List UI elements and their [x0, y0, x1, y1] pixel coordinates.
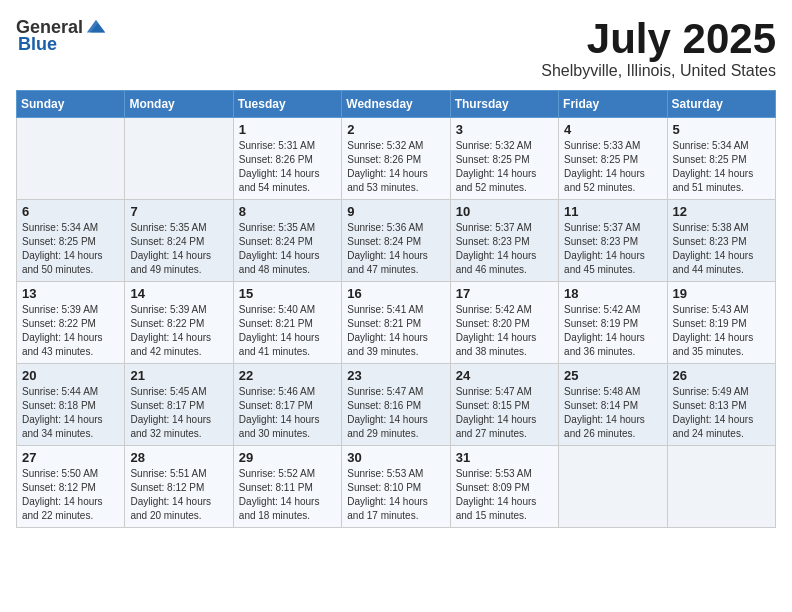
logo-blue: Blue [18, 34, 57, 55]
cell-details: Sunrise: 5:35 AMSunset: 8:24 PMDaylight:… [239, 221, 336, 277]
day-number: 22 [239, 368, 336, 383]
logo: General Blue [16, 16, 107, 55]
day-number: 13 [22, 286, 119, 301]
calendar-cell: 7Sunrise: 5:35 AMSunset: 8:24 PMDaylight… [125, 200, 233, 282]
day-number: 8 [239, 204, 336, 219]
calendar-cell: 6Sunrise: 5:34 AMSunset: 8:25 PMDaylight… [17, 200, 125, 282]
day-number: 11 [564, 204, 661, 219]
day-number: 28 [130, 450, 227, 465]
calendar-cell: 13Sunrise: 5:39 AMSunset: 8:22 PMDayligh… [17, 282, 125, 364]
cell-details: Sunrise: 5:50 AMSunset: 8:12 PMDaylight:… [22, 467, 119, 523]
cell-details: Sunrise: 5:44 AMSunset: 8:18 PMDaylight:… [22, 385, 119, 441]
calendar-week-row: 6Sunrise: 5:34 AMSunset: 8:25 PMDaylight… [17, 200, 776, 282]
cell-details: Sunrise: 5:32 AMSunset: 8:25 PMDaylight:… [456, 139, 553, 195]
cell-details: Sunrise: 5:47 AMSunset: 8:15 PMDaylight:… [456, 385, 553, 441]
day-number: 29 [239, 450, 336, 465]
day-number: 6 [22, 204, 119, 219]
location: Shelbyville, Illinois, United States [541, 62, 776, 80]
calendar-cell: 19Sunrise: 5:43 AMSunset: 8:19 PMDayligh… [667, 282, 775, 364]
weekday-header-row: SundayMondayTuesdayWednesdayThursdayFrid… [17, 91, 776, 118]
day-number: 30 [347, 450, 444, 465]
calendar-cell: 8Sunrise: 5:35 AMSunset: 8:24 PMDaylight… [233, 200, 341, 282]
cell-details: Sunrise: 5:33 AMSunset: 8:25 PMDaylight:… [564, 139, 661, 195]
weekday-header-sunday: Sunday [17, 91, 125, 118]
calendar-cell: 20Sunrise: 5:44 AMSunset: 8:18 PMDayligh… [17, 364, 125, 446]
logo-icon [85, 16, 107, 38]
weekday-header-saturday: Saturday [667, 91, 775, 118]
calendar-cell: 1Sunrise: 5:31 AMSunset: 8:26 PMDaylight… [233, 118, 341, 200]
page-header: General Blue July 2025 Shelbyville, Illi… [16, 16, 776, 80]
day-number: 20 [22, 368, 119, 383]
calendar-cell: 26Sunrise: 5:49 AMSunset: 8:13 PMDayligh… [667, 364, 775, 446]
day-number: 5 [673, 122, 770, 137]
cell-details: Sunrise: 5:38 AMSunset: 8:23 PMDaylight:… [673, 221, 770, 277]
calendar-cell: 24Sunrise: 5:47 AMSunset: 8:15 PMDayligh… [450, 364, 558, 446]
day-number: 31 [456, 450, 553, 465]
day-number: 23 [347, 368, 444, 383]
calendar-week-row: 13Sunrise: 5:39 AMSunset: 8:22 PMDayligh… [17, 282, 776, 364]
day-number: 27 [22, 450, 119, 465]
day-number: 18 [564, 286, 661, 301]
cell-details: Sunrise: 5:34 AMSunset: 8:25 PMDaylight:… [22, 221, 119, 277]
calendar-cell: 17Sunrise: 5:42 AMSunset: 8:20 PMDayligh… [450, 282, 558, 364]
day-number: 21 [130, 368, 227, 383]
calendar-cell: 5Sunrise: 5:34 AMSunset: 8:25 PMDaylight… [667, 118, 775, 200]
cell-details: Sunrise: 5:39 AMSunset: 8:22 PMDaylight:… [130, 303, 227, 359]
calendar-cell: 28Sunrise: 5:51 AMSunset: 8:12 PMDayligh… [125, 446, 233, 528]
calendar-cell: 22Sunrise: 5:46 AMSunset: 8:17 PMDayligh… [233, 364, 341, 446]
calendar-cell: 27Sunrise: 5:50 AMSunset: 8:12 PMDayligh… [17, 446, 125, 528]
cell-details: Sunrise: 5:49 AMSunset: 8:13 PMDaylight:… [673, 385, 770, 441]
month-title: July 2025 [541, 16, 776, 62]
day-number: 7 [130, 204, 227, 219]
day-number: 2 [347, 122, 444, 137]
cell-details: Sunrise: 5:37 AMSunset: 8:23 PMDaylight:… [564, 221, 661, 277]
day-number: 19 [673, 286, 770, 301]
day-number: 25 [564, 368, 661, 383]
day-number: 10 [456, 204, 553, 219]
title-block: July 2025 Shelbyville, Illinois, United … [541, 16, 776, 80]
cell-details: Sunrise: 5:53 AMSunset: 8:10 PMDaylight:… [347, 467, 444, 523]
weekday-header-tuesday: Tuesday [233, 91, 341, 118]
cell-details: Sunrise: 5:52 AMSunset: 8:11 PMDaylight:… [239, 467, 336, 523]
day-number: 12 [673, 204, 770, 219]
weekday-header-thursday: Thursday [450, 91, 558, 118]
calendar-cell: 25Sunrise: 5:48 AMSunset: 8:14 PMDayligh… [559, 364, 667, 446]
calendar-cell: 29Sunrise: 5:52 AMSunset: 8:11 PMDayligh… [233, 446, 341, 528]
cell-details: Sunrise: 5:32 AMSunset: 8:26 PMDaylight:… [347, 139, 444, 195]
calendar-cell: 14Sunrise: 5:39 AMSunset: 8:22 PMDayligh… [125, 282, 233, 364]
calendar-cell: 10Sunrise: 5:37 AMSunset: 8:23 PMDayligh… [450, 200, 558, 282]
day-number: 3 [456, 122, 553, 137]
calendar-cell: 4Sunrise: 5:33 AMSunset: 8:25 PMDaylight… [559, 118, 667, 200]
calendar-table: SundayMondayTuesdayWednesdayThursdayFrid… [16, 90, 776, 528]
calendar-cell: 15Sunrise: 5:40 AMSunset: 8:21 PMDayligh… [233, 282, 341, 364]
calendar-cell: 2Sunrise: 5:32 AMSunset: 8:26 PMDaylight… [342, 118, 450, 200]
cell-details: Sunrise: 5:42 AMSunset: 8:20 PMDaylight:… [456, 303, 553, 359]
cell-details: Sunrise: 5:47 AMSunset: 8:16 PMDaylight:… [347, 385, 444, 441]
calendar-week-row: 1Sunrise: 5:31 AMSunset: 8:26 PMDaylight… [17, 118, 776, 200]
day-number: 26 [673, 368, 770, 383]
cell-details: Sunrise: 5:43 AMSunset: 8:19 PMDaylight:… [673, 303, 770, 359]
cell-details: Sunrise: 5:39 AMSunset: 8:22 PMDaylight:… [22, 303, 119, 359]
calendar-week-row: 20Sunrise: 5:44 AMSunset: 8:18 PMDayligh… [17, 364, 776, 446]
calendar-week-row: 27Sunrise: 5:50 AMSunset: 8:12 PMDayligh… [17, 446, 776, 528]
cell-details: Sunrise: 5:53 AMSunset: 8:09 PMDaylight:… [456, 467, 553, 523]
cell-details: Sunrise: 5:48 AMSunset: 8:14 PMDaylight:… [564, 385, 661, 441]
day-number: 24 [456, 368, 553, 383]
cell-details: Sunrise: 5:45 AMSunset: 8:17 PMDaylight:… [130, 385, 227, 441]
cell-details: Sunrise: 5:40 AMSunset: 8:21 PMDaylight:… [239, 303, 336, 359]
calendar-cell: 11Sunrise: 5:37 AMSunset: 8:23 PMDayligh… [559, 200, 667, 282]
calendar-cell [17, 118, 125, 200]
cell-details: Sunrise: 5:36 AMSunset: 8:24 PMDaylight:… [347, 221, 444, 277]
cell-details: Sunrise: 5:31 AMSunset: 8:26 PMDaylight:… [239, 139, 336, 195]
calendar-cell: 21Sunrise: 5:45 AMSunset: 8:17 PMDayligh… [125, 364, 233, 446]
calendar-cell: 18Sunrise: 5:42 AMSunset: 8:19 PMDayligh… [559, 282, 667, 364]
calendar-cell: 23Sunrise: 5:47 AMSunset: 8:16 PMDayligh… [342, 364, 450, 446]
calendar-cell: 16Sunrise: 5:41 AMSunset: 8:21 PMDayligh… [342, 282, 450, 364]
weekday-header-friday: Friday [559, 91, 667, 118]
calendar-cell: 3Sunrise: 5:32 AMSunset: 8:25 PMDaylight… [450, 118, 558, 200]
day-number: 1 [239, 122, 336, 137]
cell-details: Sunrise: 5:37 AMSunset: 8:23 PMDaylight:… [456, 221, 553, 277]
calendar-cell [559, 446, 667, 528]
calendar-cell: 12Sunrise: 5:38 AMSunset: 8:23 PMDayligh… [667, 200, 775, 282]
cell-details: Sunrise: 5:42 AMSunset: 8:19 PMDaylight:… [564, 303, 661, 359]
